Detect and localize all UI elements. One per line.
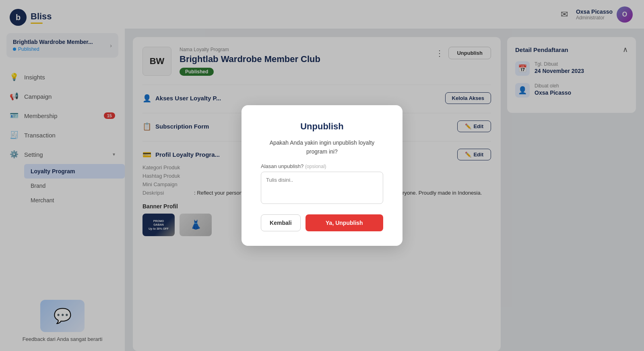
unpublish-modal: Unpublish Apakah Anda yakin ingin unpubl… <box>242 105 402 246</box>
modal-actions: Kembali Ya, Unpublish <box>261 214 383 231</box>
modal-body: Apakah Anda yakin ingin unpublish loyalt… <box>261 138 383 156</box>
modal-label: Alasan unpublish? (opsional) <box>261 163 383 169</box>
optional-label: (opsional) <box>305 164 326 169</box>
confirm-unpublish-button[interactable]: Ya, Unpublish <box>305 214 383 231</box>
modal-title: Unpublish <box>261 121 383 132</box>
modal-overlay: Unpublish Apakah Anda yakin ingin unpubl… <box>0 0 644 351</box>
unpublish-reason-input[interactable] <box>261 172 383 204</box>
back-button[interactable]: Kembali <box>261 214 301 231</box>
